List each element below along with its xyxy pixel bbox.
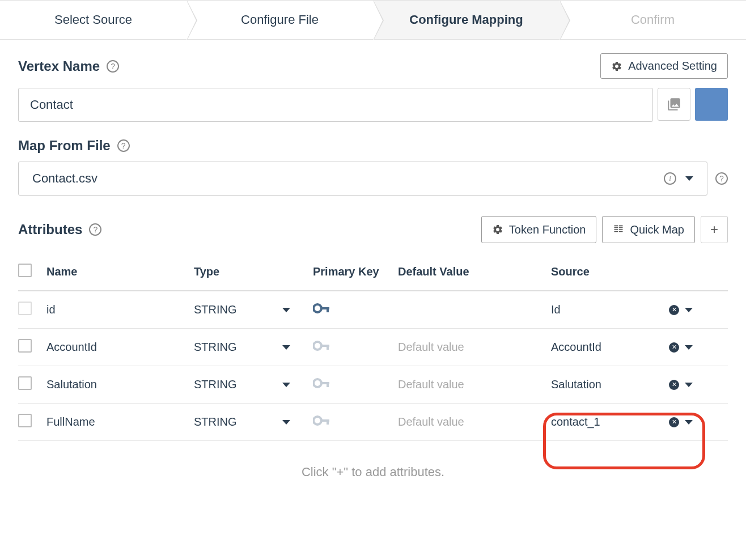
advanced-setting-button[interactable]: Advanced Setting [600,53,728,79]
primary-key-toggle[interactable] [313,377,398,392]
primary-key-toggle[interactable] [313,415,398,429]
column-source: Source [551,265,698,278]
source-select[interactable]: Id ✕ [551,303,698,316]
chevron-down-icon [282,345,290,350]
svg-rect-2 [327,307,329,312]
chevron-down-icon [282,308,290,312]
help-icon[interactable]: ? [107,60,119,73]
help-icon[interactable]: ? [117,139,130,152]
chevron-down-icon [685,176,693,181]
key-icon [313,415,332,426]
select-all-checkbox[interactable] [18,264,32,277]
attr-type-select[interactable]: STRING [194,378,313,391]
attr-name: FullName [46,415,194,429]
chevron-down-icon [685,308,693,312]
attr-type-select[interactable]: STRING [194,341,313,354]
table-row: Salutation STRING Default value Salutati… [18,366,728,404]
footer-hint: Click "+" to add attributes. [0,451,746,514]
table-row: AccountId STRING Default value AccountId… [18,329,728,366]
map-from-file-select[interactable]: Contact.csv i [18,162,707,196]
row-checkbox[interactable] [18,339,32,353]
default-value-cell[interactable]: Default value [398,341,551,354]
gear-icon [492,224,503,235]
clear-icon[interactable]: ✕ [669,380,679,390]
svg-rect-5 [327,345,329,350]
default-value-cell[interactable]: Default value [398,415,551,429]
chevron-down-icon [685,420,693,425]
color-swatch[interactable] [695,88,728,121]
wizard-stepper: Select Source Configure File Configure M… [0,0,746,40]
step-configure-file[interactable]: Configure File [186,1,373,39]
vertex-name-label: Vertex Name [18,58,100,74]
row-checkbox[interactable] [18,376,32,390]
key-icon [313,340,332,351]
info-icon[interactable]: i [664,172,676,185]
attr-type-select[interactable]: STRING [194,303,313,316]
default-value-cell[interactable]: Default value [398,378,551,391]
chevron-down-icon [282,383,290,387]
svg-point-3 [313,342,321,350]
quick-map-button[interactable]: Quick Map [602,216,695,243]
table-row: FullName STRING Default value contact_1 … [18,404,728,441]
clear-icon[interactable]: ✕ [669,417,679,427]
step-confirm: Confirm [560,1,746,39]
chevron-down-icon [282,420,290,425]
clear-icon[interactable]: ✕ [669,342,679,353]
column-name: Name [46,265,194,278]
clear-icon[interactable]: ✕ [669,305,679,315]
table-header: Name Type Primary Key Default Value Sour… [18,253,728,291]
column-primary-key: Primary Key [313,265,398,278]
help-icon[interactable]: ? [89,223,101,236]
attr-name: id [46,303,194,316]
vertex-name-input[interactable] [18,88,653,122]
row-checkbox[interactable] [18,414,32,427]
chevron-down-icon [685,345,693,350]
attributes-table: Name Type Primary Key Default Value Sour… [0,243,746,451]
grid-icon [613,224,624,235]
svg-point-6 [313,379,321,387]
source-select[interactable]: contact_1 ✕ [551,415,698,429]
attr-type-select[interactable]: STRING [194,415,313,429]
column-default-value: Default Value [398,265,551,278]
key-icon [313,303,332,314]
step-select-source[interactable]: Select Source [0,1,186,39]
step-configure-mapping[interactable]: Configure Mapping [373,1,560,39]
svg-rect-11 [327,419,329,425]
map-from-file-label: Map From File [18,138,111,154]
image-picker-button[interactable] [658,88,690,121]
token-function-button[interactable]: Token Function [481,216,597,243]
column-type: Type [194,265,313,278]
primary-key-toggle[interactable] [313,303,398,317]
chevron-down-icon [685,383,693,387]
attr-name: AccountId [46,341,194,354]
image-icon [667,97,681,112]
row-checkbox[interactable] [18,302,32,315]
key-icon [313,377,332,389]
svg-point-9 [313,417,321,425]
help-icon[interactable]: ? [715,172,728,185]
add-attribute-button[interactable]: + [701,216,728,243]
attributes-label: Attributes [18,222,82,237]
source-select[interactable]: AccountId ✕ [551,341,698,354]
source-select[interactable]: Salutation ✕ [551,378,698,391]
svg-rect-8 [327,382,329,387]
table-row: id STRING Id ✕ [18,291,728,329]
svg-point-0 [313,304,321,312]
attr-name: Salutation [46,378,194,391]
gear-icon [611,61,622,72]
primary-key-toggle[interactable] [313,340,398,354]
